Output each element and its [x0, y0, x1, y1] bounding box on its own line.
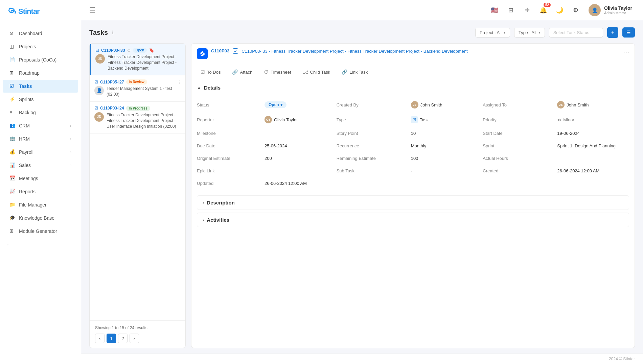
project-filter-label: Project : All	[480, 30, 502, 35]
sidebar-item-proposals[interactable]: 📄 Proposals (CoCo)	[3, 53, 78, 66]
settings-button[interactable]: ⚙	[570, 4, 582, 16]
knowledge-base-icon: 🎓	[9, 215, 16, 221]
sidebar-item-payroll[interactable]: 💰 Payroll ›	[3, 146, 78, 159]
tab-link-task[interactable]: 🔗 Link Task	[337, 67, 373, 77]
prev-page-button[interactable]: ‹	[95, 334, 105, 343]
avatar: JS	[411, 101, 418, 108]
list-item[interactable]: ☑ C110P03-I24 In Progress JD Fitness Tra…	[90, 102, 185, 134]
sidebar-item-reports[interactable]: 📈 Reports	[3, 185, 78, 198]
page-2-button[interactable]: 2	[118, 334, 128, 343]
tab-timesheet[interactable]: ⏱ Timesheet	[259, 67, 296, 77]
status-badge[interactable]: Open ▾	[265, 101, 286, 108]
type-filter-dropdown[interactable]: Type : All ▾	[514, 28, 545, 38]
avatar: JS	[557, 101, 565, 108]
plus-icon[interactable]: ✛	[521, 4, 533, 16]
tab-label: Link Task	[349, 70, 368, 75]
sales-arrow: ›	[70, 163, 71, 167]
gear-icon: ⚙	[573, 6, 578, 14]
meetings-icon: 📅	[9, 175, 16, 181]
sidebar-item-crm[interactable]: 👥 CRM ›	[3, 119, 78, 132]
sidebar-item-sales[interactable]: 📊 Sales ›	[3, 159, 78, 172]
task-complete-checkbox[interactable]	[233, 48, 238, 54]
user-role: Administrator	[604, 11, 632, 15]
sidebar-item-backlog[interactable]: ≡ Backlog	[3, 106, 78, 119]
sidebar-item-meetings[interactable]: 📅 Meetings	[3, 172, 78, 185]
tab-child-task[interactable]: ⎇ Child Task	[298, 67, 336, 77]
task-description: Fitness Tracker Development Project - Fi…	[107, 112, 181, 129]
task-detail: C110P03 C110P03-I33 - Fitness Tracker De…	[191, 43, 635, 348]
roadmap-icon: ⊞	[9, 70, 16, 76]
task-list-footer: Showing 1 to 15 of 24 results ‹ 1 2 ›	[90, 320, 185, 348]
info-icon[interactable]: ℹ	[112, 30, 114, 35]
activities-label: Activities	[207, 217, 229, 223]
menu-toggle-button[interactable]: ☰	[89, 6, 95, 14]
add-task-button[interactable]: +	[607, 27, 618, 38]
task-id: C110P35-I27	[100, 80, 124, 84]
list-item[interactable]: ☑ C110P35-I27 In Review 👤 Tender Managem…	[90, 75, 185, 102]
more-options-button[interactable]: ⋮	[177, 79, 182, 85]
dark-mode-button[interactable]: 🌙	[553, 4, 566, 16]
tab-attach[interactable]: 🔗 Attach	[227, 67, 257, 77]
sidebar-item-tasks[interactable]: ☑ Tasks	[3, 80, 78, 93]
sidebar-item-label: Dashboard	[19, 31, 71, 36]
pagination: ‹ 1 2 ›	[95, 334, 180, 343]
task-type-icon: ☑	[411, 116, 418, 123]
created-by-label: Created By	[337, 100, 411, 110]
list-item[interactable]: ☑ C110P03-I33 ⏱ Open 🔖 JD Fitness Tracke…	[90, 44, 185, 75]
main-area: ☰ 🇺🇸 ⊞ ✛ 🔔 52 🌙 ⚙	[81, 0, 643, 364]
avatar: OT	[265, 116, 272, 123]
topbar-actions: 🇺🇸 ⊞ ✛ 🔔 52 🌙 ⚙ 👤	[488, 3, 635, 18]
sidebar-item-dashboard[interactable]: ⊙ Dashboard	[3, 27, 78, 40]
page-1-button[interactable]: 1	[107, 334, 116, 343]
avatar: 👤	[589, 4, 601, 16]
bookmark-icon: 🔖	[149, 48, 154, 53]
activities-section: › Activities	[197, 213, 629, 227]
status-value: Open ▾	[265, 99, 337, 110]
sidebar-item-label: Tasks	[19, 83, 71, 89]
task-code: C110P03	[211, 48, 229, 53]
tab-todos[interactable]: ☑ To Dos	[196, 67, 226, 77]
description-header[interactable]: › Description	[197, 196, 629, 210]
user-profile[interactable]: 👤 Olivia Taylor Administrator	[586, 3, 635, 18]
sidebar-item-label: Module Generator	[19, 228, 71, 234]
notifications-button[interactable]: 🔔 52	[537, 4, 549, 16]
copyright-text: 2024 © Stintar	[609, 357, 635, 361]
more-options-button[interactable]: ⋯	[623, 48, 629, 56]
activities-header[interactable]: › Activities	[197, 213, 629, 227]
updated-label: Updated	[197, 179, 265, 188]
epic-link-value	[265, 169, 337, 173]
page-content: Tasks ℹ Project : All ▾ Type : All ▾ Sel…	[81, 20, 643, 354]
sidebar-item-knowledge-base[interactable]: 🎓 Knowledge Base	[3, 212, 78, 224]
assigned-to-value: JS John Smith	[557, 99, 629, 111]
add-icon: ✛	[525, 6, 530, 14]
sidebar-item-label: Sales	[19, 163, 67, 168]
sidebar-item-hrm[interactable]: 🏢 HRM ›	[3, 132, 78, 145]
due-date-label: Due Date	[197, 141, 265, 150]
project-filter-dropdown[interactable]: Project : All ▾	[475, 28, 510, 38]
created-label: Created	[483, 166, 557, 175]
sidebar-item-module-generator[interactable]: ⊞ Module Generator	[3, 225, 78, 238]
sidebar-item-label: Reports	[19, 189, 71, 194]
sidebar-item-roadmap[interactable]: ⊞ Roadmap	[3, 67, 78, 79]
hrm-icon: 🏢	[9, 136, 16, 142]
details-section-header[interactable]: ▲ Details	[197, 80, 629, 94]
status-text: Open	[269, 102, 279, 107]
language-flag[interactable]: 🇺🇸	[488, 4, 501, 16]
apps-icon[interactable]: ⊞	[505, 4, 517, 16]
page-title: Tasks	[89, 29, 108, 37]
sidebar-item-sprints[interactable]: ⚡ Sprints	[3, 93, 78, 106]
chevron-down-icon: ▾	[504, 30, 506, 35]
view-toggle-button[interactable]: ☰	[622, 27, 635, 38]
payroll-icon: 💰	[9, 149, 16, 155]
reporter-label: Reporter	[197, 115, 265, 124]
next-page-button[interactable]: ›	[130, 334, 139, 343]
sidebar-item-label: CRM	[19, 123, 67, 128]
actual-hours-value	[557, 156, 629, 161]
sidebar-nav: ⊙ Dashboard ◫ Projects 📄 Proposals (CoCo…	[0, 23, 81, 364]
sidebar-item-file-manager[interactable]: 📁 File Manager	[3, 198, 78, 211]
status-badge: In Progress	[126, 106, 150, 111]
sidebar-item-projects[interactable]: ◫ Projects	[3, 40, 78, 53]
type-filter-label: Type : All	[519, 30, 536, 35]
status-filter-select[interactable]: Select Task Status	[549, 28, 603, 38]
task-list: ☑ C110P03-I33 ⏱ Open 🔖 JD Fitness Tracke…	[89, 43, 186, 348]
